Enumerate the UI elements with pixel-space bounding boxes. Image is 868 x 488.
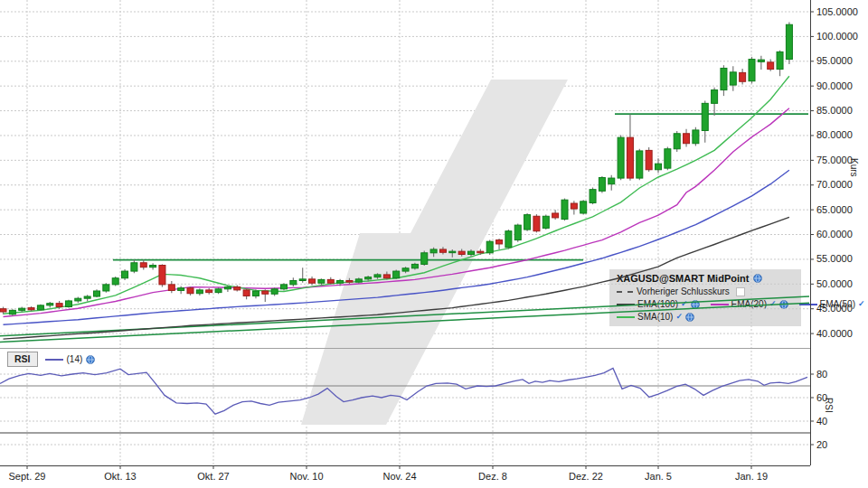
globe-icon[interactable]	[86, 355, 95, 364]
candle-body[interactable]	[599, 178, 605, 192]
candle-body[interactable]	[159, 265, 165, 284]
candle-body[interactable]	[524, 215, 531, 230]
candle-body[interactable]	[56, 304, 62, 307]
candle-body[interactable]	[112, 278, 118, 285]
candle-body[interactable]	[449, 251, 456, 253]
candle-body[interactable]	[94, 291, 100, 296]
candle-body[interactable]	[749, 60, 755, 81]
candle-body[interactable]	[262, 291, 269, 294]
candle-body[interactable]	[505, 231, 512, 248]
candle-body[interactable]	[402, 268, 409, 271]
candle-body[interactable]	[290, 280, 297, 284]
candle-body[interactable]	[234, 287, 241, 290]
candle-body[interactable]	[365, 277, 372, 279]
candle-body[interactable]	[777, 52, 783, 69]
candle-body[interactable]	[430, 249, 437, 253]
candle-body[interactable]	[561, 200, 568, 219]
candle-body[interactable]	[758, 60, 764, 61]
candle-body[interactable]	[383, 275, 390, 278]
candle-body[interactable]	[122, 271, 128, 278]
candle-body[interactable]	[439, 249, 446, 252]
candle-body[interactable]	[468, 251, 475, 254]
candle-body[interactable]	[196, 290, 203, 294]
candle-body[interactable]	[75, 298, 81, 301]
candle-body[interactable]	[542, 216, 549, 228]
candle-body[interactable]	[299, 279, 306, 281]
candle-body[interactable]	[281, 285, 288, 289]
candle-body[interactable]	[150, 265, 156, 267]
candle-body[interactable]	[674, 134, 680, 149]
candle-body[interactable]	[206, 290, 212, 293]
candle-body[interactable]	[9, 310, 15, 314]
candle-body[interactable]	[421, 253, 428, 265]
candle-body[interactable]	[552, 213, 559, 218]
rsi-period-label: (14)	[67, 354, 83, 364]
candle-body[interactable]	[458, 251, 465, 254]
candle-body[interactable]	[318, 279, 325, 283]
candle-body[interactable]	[337, 280, 344, 283]
candle-body[interactable]	[0, 309, 6, 312]
candle-body[interactable]	[496, 240, 503, 244]
rsi-series-item: (14)	[45, 354, 96, 364]
rsi-line-sample	[45, 359, 63, 361]
candle-body[interactable]	[533, 216, 540, 230]
candle-body[interactable]	[309, 279, 316, 283]
candle-body[interactable]	[486, 241, 493, 253]
candle-body[interactable]	[646, 150, 652, 169]
candle-body[interactable]	[84, 296, 90, 298]
candle-body[interactable]	[580, 202, 587, 213]
candle-body[interactable]	[411, 264, 418, 267]
candle-body[interactable]	[271, 289, 278, 294]
candle-body[interactable]	[609, 178, 615, 184]
candle-body[interactable]	[131, 263, 137, 271]
candle-body[interactable]	[140, 263, 146, 267]
candle-body[interactable]	[702, 103, 708, 130]
candle-body[interactable]	[721, 68, 727, 89]
candle-body[interactable]	[224, 287, 231, 289]
candle-body[interactable]	[355, 279, 362, 282]
candle-body[interactable]	[514, 225, 521, 239]
candle-body[interactable]	[740, 72, 746, 81]
candle-body[interactable]	[693, 130, 699, 144]
candle-body[interactable]	[618, 137, 624, 178]
candle-body[interactable]	[665, 149, 671, 168]
candle-body[interactable]	[243, 290, 250, 296]
rsi-indicator-badge[interactable]: RSI	[7, 352, 38, 367]
candle-body[interactable]	[28, 308, 34, 310]
candle-body[interactable]	[19, 308, 25, 310]
candle-body[interactable]	[327, 279, 334, 283]
candle-body[interactable]	[712, 90, 718, 104]
candle-body[interactable]	[187, 288, 193, 294]
candle-body[interactable]	[477, 251, 484, 253]
candle-body[interactable]	[168, 285, 175, 291]
candle-body[interactable]	[768, 62, 774, 70]
candle-body[interactable]	[571, 203, 577, 209]
candle-body[interactable]	[215, 289, 222, 293]
candle-body[interactable]	[786, 24, 792, 59]
candle-body[interactable]	[346, 280, 353, 282]
candle-body[interactable]	[103, 285, 109, 291]
trading-chart-window: XAGUSD@SMART MidPoint Vorheriger Schluss…	[0, 0, 868, 488]
candle-body[interactable]	[47, 304, 53, 305]
candle-body[interactable]	[374, 275, 381, 277]
candle-body[interactable]	[730, 72, 736, 85]
candle-body[interactable]	[590, 190, 596, 203]
candle-body[interactable]	[65, 301, 71, 307]
rsi-legend: RSI (14)	[7, 352, 95, 367]
candle-body[interactable]	[684, 134, 690, 144]
candle-body[interactable]	[37, 305, 43, 310]
candle-body[interactable]	[178, 288, 184, 291]
candle-body[interactable]	[393, 271, 400, 278]
candle-body[interactable]	[252, 291, 259, 296]
candle-body[interactable]	[627, 137, 633, 178]
price-chart-canvas[interactable]	[0, 0, 868, 488]
candle-body[interactable]	[656, 164, 662, 170]
candle-body[interactable]	[637, 151, 643, 178]
